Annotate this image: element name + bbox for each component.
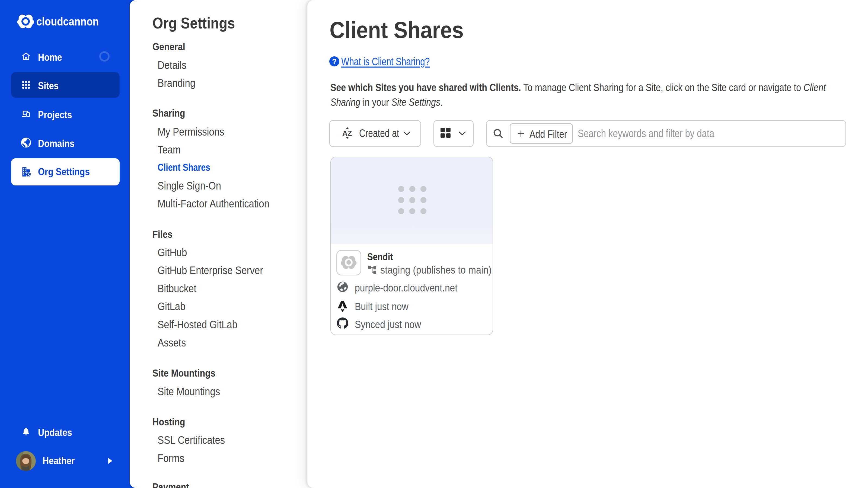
svg-text:AZ: AZ <box>342 129 352 137</box>
